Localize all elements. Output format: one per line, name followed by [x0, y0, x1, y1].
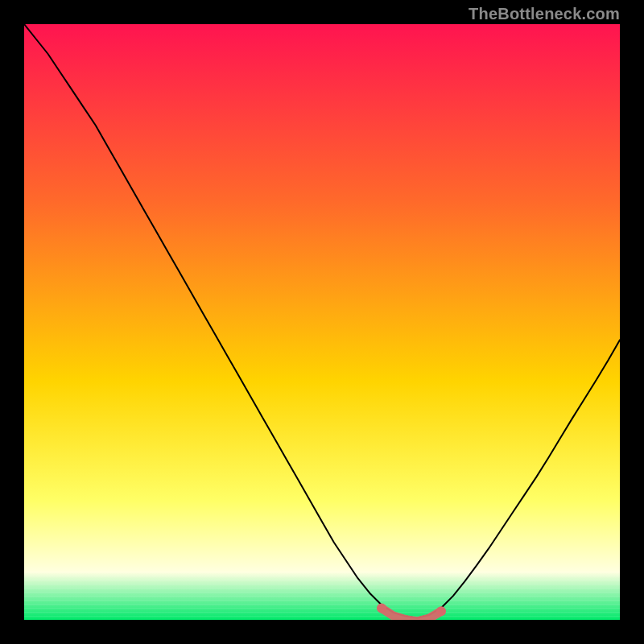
- stripe: [24, 580, 620, 580]
- stripe: [24, 616, 620, 617]
- stripe: [24, 600, 620, 601]
- chart-background: [24, 24, 620, 620]
- stripe: [24, 596, 620, 597]
- stripe: [24, 612, 620, 613]
- stripe: [24, 576, 620, 576]
- chart-plot-area: [24, 24, 620, 620]
- stripe: [24, 604, 620, 605]
- highlight-endpoint: [377, 604, 386, 613]
- highlight-endpoint: [436, 606, 446, 616]
- stripe: [24, 592, 620, 592]
- chart-svg: [24, 24, 620, 620]
- stripe: [24, 572, 620, 572]
- stripe: [24, 584, 620, 584]
- stripe: [24, 608, 620, 609]
- attribution-label: TheBottleneck.com: [469, 5, 620, 23]
- stripe: [24, 588, 620, 588]
